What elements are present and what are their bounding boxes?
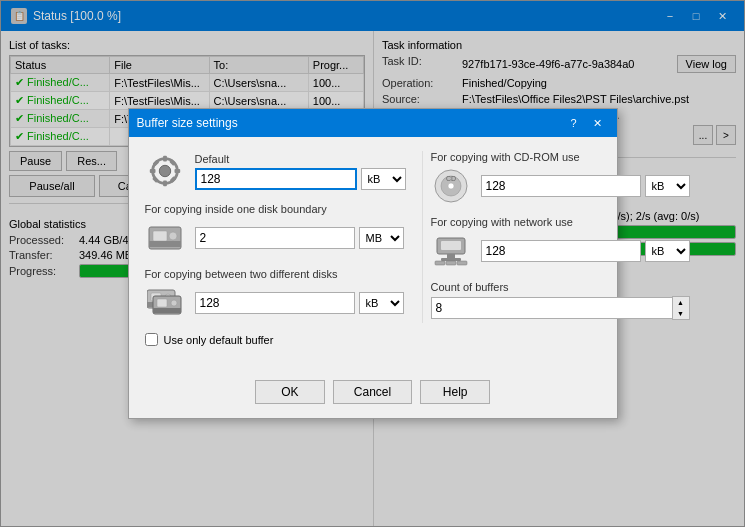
between-disks-input[interactable]: [195, 292, 355, 314]
count-group: Count of buffers ▲ ▼: [431, 281, 690, 320]
network-input[interactable]: [481, 240, 641, 262]
modal-window: Buffer size settings ? ✕: [128, 108, 618, 419]
count-input-row: ▲ ▼: [431, 296, 690, 320]
network-input-row: kB MB: [481, 240, 690, 262]
help-button[interactable]: Help: [420, 380, 490, 404]
modal-overlay: Buffer size settings ? ✕: [0, 0, 745, 527]
inside-disk-group: For copying inside one disk boundary: [145, 203, 406, 258]
inside-disk-unit-select[interactable]: kB MB: [359, 227, 404, 249]
modal-controls: ? ✕: [563, 114, 609, 132]
inside-disk-input[interactable]: [195, 227, 355, 249]
svg-point-24: [448, 183, 454, 189]
modal-left-col: Default kB MB For copyin: [145, 151, 423, 323]
default-unit-select[interactable]: kB MB: [361, 168, 406, 190]
between-disks-unit-select[interactable]: kB MB: [359, 292, 404, 314]
between-disks-label: For copying between two different disks: [145, 268, 406, 280]
svg-rect-31: [446, 261, 456, 265]
modal-help-button[interactable]: ?: [563, 114, 585, 132]
svg-rect-28: [447, 254, 455, 258]
network-group: For copying with network use: [431, 216, 690, 271]
ok-button[interactable]: OK: [255, 380, 325, 404]
gear-icon: [145, 151, 185, 191]
count-spinbox: ▲ ▼: [431, 296, 690, 320]
count-label: Count of buffers: [431, 281, 690, 293]
svg-rect-29: [441, 258, 461, 261]
svg-rect-2: [163, 156, 167, 162]
checkbox-label: Use only default buffer: [164, 334, 274, 346]
svg-rect-4: [149, 169, 155, 173]
svg-rect-3: [163, 181, 167, 187]
network-label: For copying with network use: [431, 216, 690, 228]
svg-rect-32: [457, 261, 467, 265]
default-buffer-checkbox[interactable]: [145, 333, 158, 346]
modal-footer: OK Cancel Help: [129, 372, 617, 418]
count-input[interactable]: [431, 297, 672, 319]
between-disks-input-row: kB MB: [195, 292, 404, 314]
modal-columns: Default kB MB For copyin: [145, 151, 601, 323]
cdrom-input[interactable]: [481, 175, 641, 197]
cancel-button[interactable]: Cancel: [333, 380, 412, 404]
spinbox-up-button[interactable]: ▲: [673, 297, 689, 308]
inside-disk-row: kB MB: [145, 218, 406, 258]
cdrom-input-row: kB MB: [481, 175, 690, 197]
default-input-row: kB MB: [195, 168, 406, 190]
cd-icon: CD: [431, 166, 471, 206]
two-disks-icon: [145, 283, 185, 323]
svg-point-0: [159, 165, 170, 176]
svg-rect-12: [149, 241, 181, 247]
svg-rect-19: [157, 299, 167, 307]
inside-disk-label: For copying inside one disk boundary: [145, 203, 406, 215]
svg-rect-20: [153, 308, 181, 313]
between-disks-group: For copying between two different disks: [145, 268, 406, 323]
network-icon: [431, 231, 471, 271]
spinbox-down-button[interactable]: ▼: [673, 308, 689, 319]
svg-rect-27: [441, 241, 461, 250]
modal-title: Buffer size settings: [137, 116, 238, 130]
cdrom-group: For copying with CD-ROM use CD: [431, 151, 690, 206]
modal-close-button[interactable]: ✕: [587, 114, 609, 132]
between-disks-row: kB MB: [145, 283, 406, 323]
svg-rect-5: [174, 169, 180, 173]
default-row: Default kB MB: [145, 151, 406, 191]
network-unit-select[interactable]: kB MB: [645, 240, 690, 262]
svg-rect-11: [153, 231, 167, 241]
inside-disk-input-row: kB MB: [195, 227, 404, 249]
default-label: Default: [195, 153, 406, 165]
svg-point-21: [171, 300, 177, 306]
cdrom-row: CD kB MB: [431, 166, 690, 206]
network-row: kB MB: [431, 231, 690, 271]
modal-title-bar: Buffer size settings ? ✕: [129, 109, 617, 137]
svg-rect-30: [435, 261, 445, 265]
svg-text:CD: CD: [446, 175, 456, 182]
default-field-group: Default kB MB: [195, 153, 406, 190]
checkbox-row: Use only default buffer: [145, 333, 601, 346]
cdrom-label: For copying with CD-ROM use: [431, 151, 690, 163]
cdrom-unit-select[interactable]: kB MB: [645, 175, 690, 197]
modal-right-col: For copying with CD-ROM use CD: [423, 151, 690, 323]
svg-point-13: [169, 232, 177, 240]
default-input[interactable]: [195, 168, 357, 190]
spinbox-buttons: ▲ ▼: [672, 296, 690, 320]
modal-body: Default kB MB For copyin: [129, 137, 617, 372]
disk-icon: [145, 218, 185, 258]
